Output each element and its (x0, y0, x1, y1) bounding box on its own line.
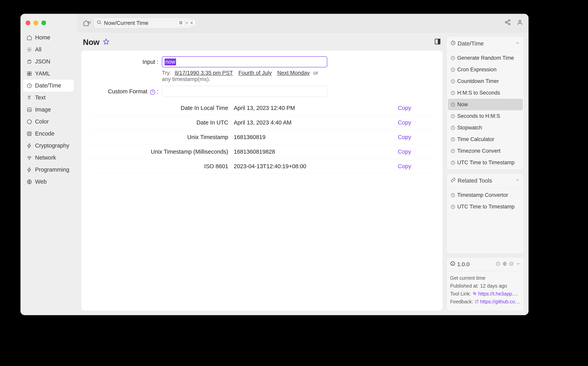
panel-item-seconds-to-hms[interactable]: Seconds to H:M:S (448, 110, 523, 122)
sidebar: Home All JSON YAML Date/Time Text (21, 14, 77, 315)
favorite-button[interactable] (103, 38, 109, 46)
page-header: Now (81, 36, 443, 50)
bolt-icon (26, 143, 32, 149)
sidebar-item-label: Programming (35, 167, 69, 173)
panel-header-related[interactable]: Related Tools (447, 174, 524, 188)
text-icon (26, 95, 32, 101)
custom-format-row: Custom Format ? : (89, 86, 435, 97)
collapse-sidebar-button[interactable] (86, 20, 92, 27)
sidebar-item-label: YAML (35, 70, 50, 77)
sidebar-list: Home All JSON YAML Date/Time Text (21, 31, 77, 188)
tool-link[interactable]: https://t.he3app.co… (478, 290, 520, 298)
history-icon[interactable] (496, 261, 500, 267)
color-icon (26, 119, 32, 125)
copy-icon[interactable] (473, 291, 476, 296)
result-value: 1681360819828 (234, 149, 398, 155)
copy-button[interactable]: Copy (398, 119, 435, 126)
datetime-panel: Date/Time Generate Random Time Cron Expr… (446, 36, 524, 170)
search-input[interactable] (104, 20, 174, 26)
sidebar-item-network[interactable]: Network (23, 152, 74, 164)
check-icon[interactable] (509, 261, 514, 267)
panel-item-utc-to-timestamp-related[interactable]: UTC Time to Timestamp (448, 201, 523, 213)
related-tools-panel: Related Tools Timestamp Convertor UTC Ti… (446, 173, 524, 254)
sidebar-item-programming[interactable]: Programming (23, 164, 74, 176)
hint-link-1[interactable]: 8/17/1990 3:35 pm PST (175, 70, 233, 76)
result-value: April 13, 2023 4:40 AM (234, 119, 398, 126)
sidebar-item-label: JSON (35, 58, 50, 65)
sidebar-item-yaml[interactable]: YAML (23, 68, 74, 80)
close-window-button[interactable] (26, 21, 30, 25)
feedback-link[interactable]: https://github.com/… (480, 298, 520, 305)
result-label: ISO 8601 (89, 163, 234, 170)
globe-icon[interactable] (502, 261, 507, 267)
hint-link-3[interactable]: Next Monday (277, 70, 310, 76)
panel-item-now[interactable]: Now (448, 99, 523, 110)
topbar: ⌘ + K (77, 14, 528, 32)
panel-item-cron-expression[interactable]: Cron Expression (448, 64, 523, 76)
panel-item-time-calculator[interactable]: Time Calculator (448, 134, 523, 145)
minimize-window-button[interactable] (33, 21, 38, 25)
sidebar-item-cryptography[interactable]: Cryptography (23, 140, 74, 152)
result-row: Unix Timestamp 1681360819 Copy (89, 130, 435, 145)
svg-rect-2 (28, 72, 29, 73)
input-value: now (165, 59, 176, 65)
panel-item-countdown-timer[interactable]: Countdown Timer (448, 76, 523, 87)
svg-rect-10 (28, 133, 30, 135)
content-main: Now Input : now (81, 36, 443, 311)
external-link-icon[interactable] (475, 299, 479, 304)
result-value: 2023-04-13T12:40:19+08:00 (234, 163, 398, 170)
panel-item-timestamp-convertor[interactable]: Timestamp Convertor (448, 189, 523, 201)
sidebar-item-text[interactable]: Text (23, 92, 74, 104)
sidebar-item-label: Text (35, 94, 45, 101)
sidebar-item-label: Image (35, 106, 51, 113)
tool-card: Input : now Try: 8/17/1990 3:35 pm PST F… (81, 50, 443, 311)
sidebar-item-web[interactable]: Web (23, 176, 74, 188)
result-value: April 13, 2023 12:40 PM (234, 105, 398, 111)
panel-item-hms-to-seconds[interactable]: H:M:S to Seconds (448, 87, 523, 99)
maximize-window-button[interactable] (41, 21, 46, 25)
panel-item-stopwatch[interactable]: Stopwatch (448, 122, 523, 134)
profile-button[interactable] (517, 19, 523, 27)
chevron-down-icon[interactable] (516, 261, 520, 267)
chevron-down-icon (515, 177, 520, 184)
panel-item-utc-to-timestamp[interactable]: UTC Time to Timestamp (448, 157, 523, 168)
svg-rect-1 (28, 61, 31, 63)
sidebar-item-encode[interactable]: Encode (23, 128, 74, 140)
sidebar-item-label: Web (35, 178, 47, 185)
svg-point-11 (29, 159, 30, 160)
search-icon (97, 20, 102, 26)
result-row: ISO 8601 2023-04-13T12:40:19+08:00 Copy (89, 159, 435, 174)
copy-button[interactable]: Copy (398, 163, 435, 170)
share-button[interactable] (505, 19, 511, 27)
link-icon (451, 177, 456, 184)
copy-button[interactable]: Copy (398, 134, 435, 140)
result-value: 1681360819 (234, 134, 398, 140)
main: ⌘ + K Now (77, 14, 528, 315)
json-icon (26, 59, 32, 65)
custom-format-field[interactable] (162, 86, 327, 97)
info-description: Get current time (450, 274, 520, 282)
svg-point-14 (508, 20, 510, 21)
image-icon (26, 107, 32, 113)
sidebar-item-color[interactable]: Color (23, 116, 74, 128)
panel-item-timezone-convert[interactable]: Timezone Convert (448, 145, 523, 157)
sidebar-item-home[interactable]: Home (23, 31, 74, 44)
help-icon[interactable]: ? (150, 90, 155, 95)
input-label: Input : (89, 56, 162, 65)
hint-link-2[interactable]: Fourth of July (238, 70, 272, 76)
sidebar-item-all[interactable]: All (23, 44, 74, 55)
clock-icon (26, 83, 32, 89)
toggle-right-panel-button[interactable] (434, 38, 441, 46)
copy-button[interactable]: Copy (398, 149, 435, 155)
svg-point-17 (519, 20, 521, 22)
info-body: Get current time Published at: 12 days a… (447, 271, 524, 311)
panel-item-generate-random-time[interactable]: Generate Random Time (448, 52, 523, 64)
sidebar-item-label: Cryptography (35, 142, 69, 149)
sidebar-item-json[interactable]: JSON (23, 55, 74, 68)
copy-button[interactable]: Copy (398, 105, 435, 111)
sidebar-item-image[interactable]: Image (23, 104, 74, 116)
input-field[interactable]: now (162, 56, 327, 67)
panel-header-datetime[interactable]: Date/Time (447, 37, 524, 51)
sidebar-item-datetime[interactable]: Date/Time (23, 80, 74, 92)
search-box[interactable]: ⌘ + K (94, 17, 192, 29)
